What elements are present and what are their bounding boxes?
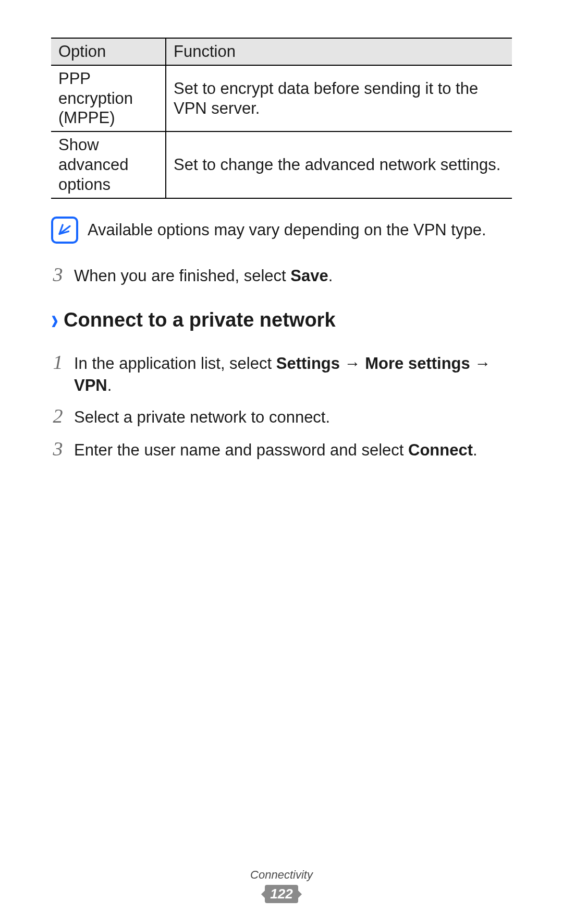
text-fragment: Enter the user name and password and sel… — [74, 441, 408, 459]
step-text: Select a private network to connect. — [74, 406, 330, 428]
step-number: 2 — [51, 403, 65, 429]
step-item: 3 When you are finished, select Save. — [51, 261, 512, 288]
note-callout: Available options may vary depending on … — [51, 217, 512, 244]
cell-option: Show advanced options — [51, 131, 166, 198]
step-text: Enter the user name and password and sel… — [74, 439, 478, 461]
text-bold: Settings — [276, 354, 340, 373]
chevron-right-icon: › — [51, 306, 58, 334]
page-footer: Connectivity 122 — [0, 868, 563, 903]
step-number: 3 — [51, 261, 65, 288]
table-row: PPP encryption (MPPE) Set to encrypt dat… — [51, 65, 512, 131]
footer-section-label: Connectivity — [0, 868, 563, 882]
cell-function: Set to change the advanced network setti… — [166, 131, 512, 198]
prev-step-list: 3 When you are finished, select Save. — [51, 261, 512, 288]
table-row: Show advanced options Set to change the … — [51, 131, 512, 198]
note-icon — [51, 217, 78, 244]
text-bold: VPN — [74, 376, 107, 394]
options-table: Option Function PPP encryption (MPPE) Se… — [51, 38, 512, 199]
text-fragment: . — [107, 376, 112, 394]
step-text: In the application list, select Settings… — [74, 353, 512, 397]
cell-function: Set to encrypt data before sending it to… — [166, 65, 512, 131]
step-list: 1In the application list, select Setting… — [51, 349, 512, 462]
text-bold: More settings — [365, 354, 470, 373]
text-fragment: In the application list, select — [74, 354, 276, 373]
step-item: 2Select a private network to connect. — [51, 403, 512, 429]
text-fragment: → — [340, 354, 365, 373]
text-fragment: . — [328, 267, 333, 285]
section-title: Connect to a private network — [64, 309, 336, 331]
cell-option: PPP encryption (MPPE) — [51, 65, 166, 131]
header-option: Option — [51, 38, 166, 65]
step-number: 3 — [51, 436, 65, 462]
section-heading: › Connect to a private network — [51, 309, 512, 331]
note-text: Available options may vary depending on … — [88, 221, 486, 239]
text-fragment: Select a private network to connect. — [74, 408, 330, 426]
text-fragment: When you are finished, select — [74, 267, 290, 285]
step-number: 1 — [51, 349, 65, 376]
document-page: Option Function PPP encryption (MPPE) Se… — [0, 0, 563, 462]
table-header-row: Option Function — [51, 38, 512, 65]
text-fragment: → — [470, 354, 491, 373]
step-item: 3Enter the user name and password and se… — [51, 436, 512, 462]
text-fragment: . — [473, 441, 478, 459]
step-item: 1In the application list, select Setting… — [51, 349, 512, 397]
step-text: When you are finished, select Save. — [74, 265, 333, 287]
page-number-badge: 122 — [265, 885, 298, 903]
text-bold: Save — [290, 267, 328, 285]
header-function: Function — [166, 38, 512, 65]
text-bold: Connect — [408, 441, 473, 459]
